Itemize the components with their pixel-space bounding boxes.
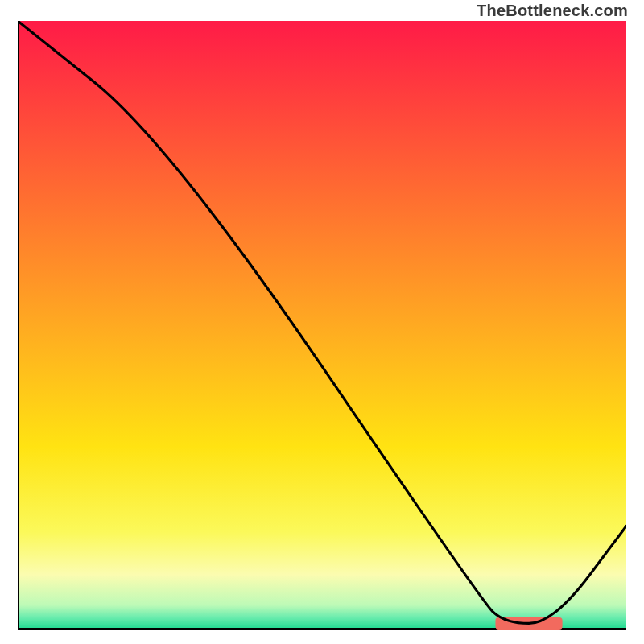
attribution-text: TheBottleneck.com xyxy=(477,2,628,20)
gradient-background xyxy=(18,21,626,630)
plot-area xyxy=(18,21,626,630)
chart-svg xyxy=(18,21,626,630)
chart-container: TheBottleneck.com xyxy=(0,0,644,644)
